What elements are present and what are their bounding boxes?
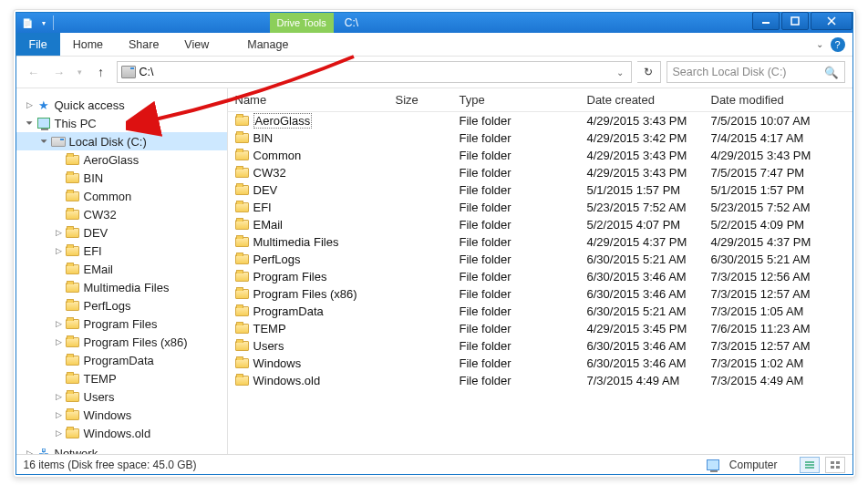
maximize-button[interactable] [781, 12, 809, 30]
file-row[interactable]: EFIFile folder5/23/2015 7:52 AM5/23/2015… [228, 199, 852, 216]
address-dropdown-icon[interactable]: ⌄ [613, 67, 627, 77]
tree-this-pc[interactable]: ⏷ This PC [16, 114, 227, 132]
tab-manage[interactable]: Manage [234, 33, 301, 56]
tree-label: This PC [55, 117, 97, 130]
chevron-right-icon[interactable]: ▷ [53, 337, 66, 346]
tree-folder[interactable]: Common [16, 187, 227, 205]
folder-icon [235, 289, 249, 299]
up-button[interactable]: ↑ [91, 62, 111, 82]
help-icon[interactable]: ? [831, 37, 845, 52]
col-created[interactable]: Date created [580, 93, 704, 107]
chevron-right-icon[interactable]: ▷ [53, 392, 66, 401]
forward-button[interactable]: → [49, 62, 69, 82]
chevron-right-icon[interactable]: ▷ [53, 410, 66, 419]
file-row[interactable]: TEMPFile folder4/29/2015 3:45 PM7/6/2015… [228, 320, 852, 337]
chevron-right-icon[interactable]: ▷ [53, 319, 66, 328]
close-button[interactable] [811, 12, 852, 30]
col-size[interactable]: Size [388, 93, 452, 107]
tree-folder[interactable]: ProgramData [16, 351, 227, 369]
back-button[interactable]: ← [24, 62, 44, 82]
navigation-tree[interactable]: ▷ ★ Quick access ⏷ This PC ⏷ Local Disk … [16, 88, 228, 454]
file-created: 6/30/2015 3:46 AM [580, 356, 704, 370]
address-bar[interactable]: C:\ ⌄ [117, 61, 632, 83]
chevron-right-icon[interactable]: ▷ [53, 428, 66, 438]
file-row[interactable]: EMailFile folder5/2/2015 4:07 PM5/2/2015… [228, 216, 852, 233]
drive-icon [51, 135, 66, 148]
file-created: 4/29/2015 3:42 PM [580, 131, 704, 145]
file-row[interactable]: ProgramDataFile folder6/30/2015 5:21 AM7… [228, 303, 852, 320]
drive-tools-tab[interactable]: Drive Tools [270, 13, 334, 33]
file-type: File folder [452, 253, 580, 266]
tree-label: Multimedia Files [84, 281, 170, 294]
minimize-button[interactable] [752, 12, 780, 30]
search-icon: 🔍 [824, 66, 839, 79]
folder-icon [235, 133, 249, 143]
tree-quick-access[interactable]: ▷ ★ Quick access [16, 96, 227, 114]
file-row[interactable]: BINFile folder4/29/2015 3:42 PM7/4/2015 … [228, 129, 852, 147]
status-text: 16 items (Disk free space: 45.0 GB) [24, 459, 197, 471]
tree-label: Common [84, 190, 132, 203]
search-box[interactable]: Search Local Disk (C:) 🔍 [666, 61, 845, 83]
refresh-button[interactable]: ↻ [637, 61, 661, 83]
col-modified[interactable]: Date modified [704, 93, 852, 107]
tree-folder[interactable]: Multimedia Files [16, 278, 227, 296]
file-row[interactable]: DEVFile folder5/1/2015 1:57 PM5/1/2015 1… [228, 181, 852, 199]
file-type: File folder [452, 322, 580, 335]
tree-folder[interactable]: ▷EFI [16, 242, 227, 260]
file-type: File folder [452, 235, 580, 249]
qat-icon-2[interactable] [53, 15, 57, 30]
file-row[interactable]: AeroGlassFile folder4/29/2015 3:43 PM7/5… [228, 112, 852, 129]
tree-local-disk[interactable]: ⏷ Local Disk (C:) [16, 132, 227, 150]
qat-icon-1[interactable]: 📄 [20, 15, 35, 30]
tree-folder[interactable]: ▷Users [16, 387, 227, 406]
file-row[interactable]: Program Files (x86)File folder6/30/2015 … [228, 285, 852, 303]
folder-icon [66, 335, 80, 348]
ribbon-collapse-icon[interactable]: ⌄ [816, 39, 823, 49]
recent-dropdown-icon[interactable]: ▾ [75, 62, 86, 82]
view-details-button[interactable] [800, 457, 820, 473]
file-name: DEV [253, 183, 278, 197]
tree-folder[interactable]: TEMP [16, 369, 227, 387]
qat-dropdown-icon[interactable]: ▾ [36, 15, 51, 30]
folder-icon [66, 226, 80, 239]
tree-folder[interactable]: BIN [16, 169, 227, 187]
folder-icon [235, 254, 249, 264]
file-row[interactable]: Multimedia FilesFile folder4/29/2015 4:3… [228, 233, 852, 251]
tree-folder[interactable]: ▷Windows [16, 406, 227, 424]
file-row[interactable]: WindowsFile folder6/30/2015 3:46 AM7/3/2… [228, 355, 852, 372]
folder-icon [66, 299, 80, 312]
file-row[interactable]: CommonFile folder4/29/2015 3:43 PM4/29/2… [228, 147, 852, 164]
svg-rect-10 [836, 466, 840, 469]
tab-file[interactable]: File [16, 33, 60, 56]
file-created: 4/29/2015 4:37 PM [580, 235, 704, 249]
tree-folder[interactable]: CW32 [16, 205, 227, 223]
file-row[interactable]: PerfLogsFile folder6/30/2015 5:21 AM6/30… [228, 251, 852, 268]
col-type[interactable]: Type [452, 93, 580, 107]
chevron-right-icon[interactable]: ▷ [53, 228, 66, 237]
tree-network[interactable]: ▷ 🖧 Network [16, 444, 227, 454]
tree-label: Local Disk (C:) [69, 135, 147, 149]
file-modified: 7/3/2015 4:49 AM [704, 374, 852, 387]
tree-folder[interactable]: AeroGlass [16, 150, 227, 169]
tab-home[interactable]: Home [60, 33, 116, 56]
tab-share[interactable]: Share [116, 33, 171, 56]
col-name[interactable]: Name [228, 93, 388, 107]
tab-view[interactable]: View [171, 33, 222, 56]
star-icon: ★ [36, 98, 51, 111]
tree-folder[interactable]: EMail [16, 260, 227, 278]
file-row[interactable]: Windows.oldFile folder7/3/2015 4:49 AM7/… [228, 372, 852, 389]
folder-icon [66, 390, 80, 403]
tree-folder[interactable]: PerfLogs [16, 296, 227, 315]
tree-folder[interactable]: ▷DEV [16, 223, 227, 242]
tree-folder[interactable]: ▷Program Files [16, 315, 227, 333]
tree-folder[interactable]: ▷Windows.old [16, 424, 227, 442]
chevron-right-icon[interactable]: ▷ [53, 246, 66, 255]
file-type: File folder [452, 114, 580, 128]
file-row[interactable]: UsersFile folder6/30/2015 3:46 AM7/3/201… [228, 337, 852, 355]
file-row[interactable]: CW32File folder4/29/2015 3:43 PM7/5/2015… [228, 164, 852, 181]
tree-folder[interactable]: ▷Program Files (x86) [16, 333, 227, 351]
view-icons-button[interactable] [825, 457, 845, 473]
tree-label: ProgramData [84, 354, 154, 367]
file-row[interactable]: Program FilesFile folder6/30/2015 3:46 A… [228, 268, 852, 285]
file-name: Program Files [253, 270, 327, 284]
